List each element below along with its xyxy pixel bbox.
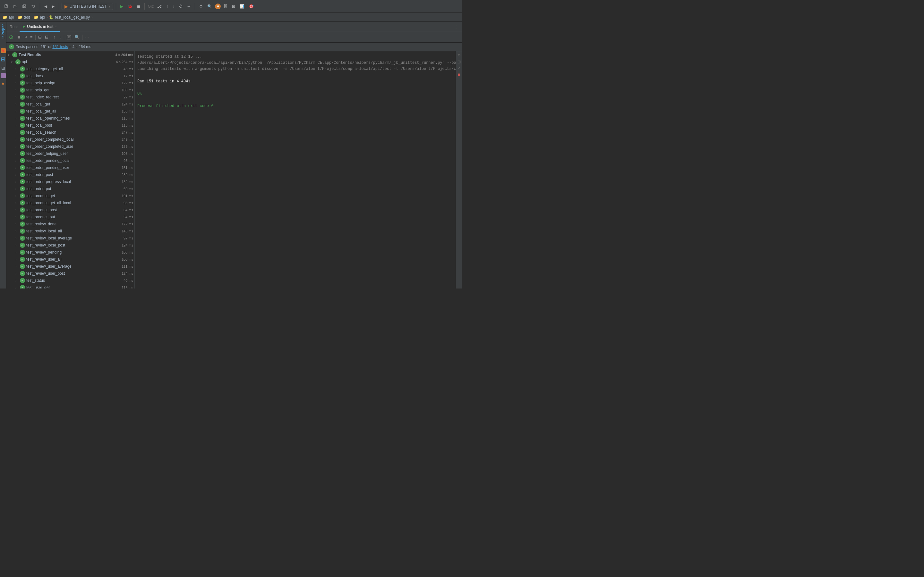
gutter-icon-4[interactable]: ◼ (457, 72, 462, 77)
tests-link[interactable]: 151 tests (52, 45, 68, 49)
unittests-tab[interactable]: ▶ Unittests in test × (19, 22, 60, 32)
run-dash-icon[interactable]: ⊞ (0, 64, 6, 72)
root-time: 4 s 264 ms (115, 53, 133, 57)
item-label: test_product_post (26, 208, 121, 212)
more-btn[interactable]: ⋯ (84, 34, 90, 40)
run-config-dropdown[interactable]: ▶ UNITTESTS IN TEST ▾ (61, 3, 113, 10)
output-panel[interactable]: Testing started at 12:15 .../Users/alber… (135, 51, 456, 288)
toggle-filter-btn[interactable]: ≡ (29, 34, 34, 40)
item-time: 54 ms (124, 215, 133, 219)
bookmark-icon[interactable]: 🔖 (1, 48, 6, 53)
new-file-btn[interactable] (3, 3, 10, 10)
tree-item-row[interactable]: › ✓ test_docs 17 ms (6, 73, 134, 79)
item-expand-icon: › (15, 215, 20, 219)
tree-item-row[interactable]: › ✓ test_help_assign 122 ms (6, 79, 134, 87)
item-expand-icon: › (15, 89, 20, 92)
db-btn[interactable]: 🗄 (222, 3, 229, 10)
export-btn[interactable] (65, 34, 73, 40)
tree-item-row[interactable]: › ✓ test_review_user_post 124 ms (6, 270, 134, 277)
run2-btn[interactable]: ⊞ (230, 3, 237, 10)
stop-run-btn[interactable] (15, 34, 23, 40)
tree-item-row[interactable]: › ✓ test_user_get 118 ms (6, 284, 134, 288)
project-panel-btn[interactable]: 1: Project (1, 22, 5, 42)
bc-item-test[interactable]: test (24, 15, 30, 19)
tree-item-row[interactable]: › ✓ test_product_put 54 ms (6, 213, 134, 221)
search-btn[interactable]: 🔍 (206, 3, 214, 10)
tree-item-row[interactable]: › ✓ test_review_user_all 100 ms (6, 256, 134, 263)
prev-fail-btn[interactable]: ↑ (53, 34, 57, 40)
git-rollback-btn[interactable]: ↩ (186, 3, 192, 10)
collapse-all-btn[interactable]: ⊟ (44, 34, 50, 40)
tree-item-row[interactable]: › ✓ test_order_post 289 ms (6, 171, 134, 178)
tree-item-row[interactable]: › ✓ test_review_user_average 111 ms (6, 263, 134, 270)
item-expand-icon: › (15, 103, 20, 106)
tree-item-row[interactable]: › ✓ test_review_pending 100 ms (6, 249, 134, 256)
tree-item-row[interactable]: › ✓ test_review_done 172 ms (6, 221, 134, 227)
tree-item-row[interactable]: › ✓ test_index_redirect 27 ms (6, 93, 134, 101)
tab-close-btn[interactable]: × (55, 25, 57, 28)
user-avatar[interactable]: A (215, 3, 221, 9)
tree-item-row[interactable]: › ✓ test_local_get_all 156 ms (6, 108, 134, 115)
tree-item-row[interactable]: › ✓ test_category_get_all 43 ms (6, 65, 134, 73)
tree-item-row[interactable]: › ✓ test_local_search 247 ms (6, 129, 134, 136)
tree-root-row[interactable]: ▾ ✓ Test Results 4 s 264 ms (6, 51, 134, 58)
tree-item-row[interactable]: › ✓ test_order_completed_user 189 ms (6, 143, 134, 150)
git-branch-btn[interactable]: ⎇ (156, 3, 163, 10)
tree-item-row[interactable]: › ✓ test_review_local_all 146 ms (6, 227, 134, 235)
tree-item-row[interactable]: › ✓ test_local_post 118 ms (6, 122, 134, 129)
open-btn[interactable] (11, 3, 19, 10)
bc-item-api[interactable]: api (9, 15, 14, 19)
forward-btn[interactable]: ▶ (50, 3, 56, 10)
rerun-btn[interactable] (8, 34, 15, 40)
tree-item-row[interactable]: › ✓ test_review_local_post 124 ms (6, 242, 134, 249)
structure-panel-btn[interactable] (3, 42, 4, 47)
search-run-btn[interactable]: 🔍 (73, 34, 81, 40)
tree-item-row[interactable]: › ✓ test_order_pending_local 95 ms (6, 157, 134, 164)
tree-item-row[interactable]: › ✓ test_order_put 60 ms (6, 185, 134, 192)
tree-item-row[interactable]: › ✓ test_local_opening_times 116 ms (6, 115, 134, 122)
rerun-failed-btn[interactable]: ↺ (23, 34, 28, 40)
tab-more-btn[interactable]: ⋮ (451, 24, 461, 29)
ml-icon[interactable] (1, 73, 6, 78)
settings-btn[interactable]: ⚙ (198, 3, 204, 10)
test-tree-panel: ▾ ✓ Test Results 4 s 264 ms ▾ ✓ api 4 s … (6, 51, 135, 288)
tree-group-row[interactable]: ▾ ✓ api 4 s 264 ms (6, 58, 134, 65)
bc-item-api2[interactable]: api (40, 15, 45, 19)
tree-item-row[interactable]: › ✓ test_product_get_all_local 98 ms (6, 199, 134, 206)
item-status-icon: ✓ (20, 285, 25, 288)
tree-item-row[interactable]: › ✓ test_order_progress_local 132 ms (6, 178, 134, 185)
gutter-icon-1[interactable]: ⚙ (457, 53, 462, 58)
save-btn[interactable] (21, 3, 28, 10)
back-btn[interactable]: ◀ (43, 3, 49, 10)
tree-item-row[interactable]: › ✓ test_order_helping_user 108 ms (6, 150, 134, 157)
expand-all-btn[interactable]: ⊞ (37, 34, 43, 40)
tree-item-row[interactable]: › ✓ test_product_post 64 ms (6, 206, 134, 213)
test-scroll[interactable]: ▾ ✓ Test Results 4 s 264 ms ▾ ✓ api 4 s … (6, 51, 134, 288)
tree-item-row[interactable]: › ✓ test_product_get 191 ms (6, 192, 134, 199)
tree-item-row[interactable]: › ✓ test_status 40 ms (6, 277, 134, 284)
db-browser-icon[interactable]: ⊞ (0, 55, 7, 64)
profiler-btn[interactable]: 📊 (238, 3, 246, 10)
gutter-icon-3[interactable]: ↗ (457, 65, 462, 71)
sync-btn[interactable] (29, 3, 37, 10)
run-btn[interactable]: ▶ (119, 3, 125, 10)
gutter-icon-2[interactable]: ◫ (457, 59, 462, 64)
stop-btn[interactable]: ◼ (136, 3, 142, 10)
favorites-icon[interactable]: ★ (0, 79, 6, 87)
git-pull-btn[interactable]: ↓ (171, 3, 176, 10)
item-status-icon: ✓ (20, 264, 25, 269)
item-expand-icon: › (15, 180, 20, 184)
tree-item-row[interactable]: › ✓ test_review_local_average 97 ms (6, 235, 134, 242)
tree-item-row[interactable]: › ✓ test_help_get 103 ms (6, 87, 134, 93)
coverage-btn[interactable]: 🎯 (247, 3, 255, 10)
tree-item-row[interactable]: › ✓ test_local_get 124 ms (6, 101, 134, 108)
next-fail-btn[interactable]: ↓ (58, 34, 63, 40)
git-history-btn[interactable]: ⏱ (178, 3, 184, 10)
git-push-btn[interactable]: ↑ (165, 3, 170, 10)
tree-item-row[interactable]: › ✓ test_order_completed_local 249 ms (6, 136, 134, 143)
debug-btn[interactable]: 🐞 (126, 3, 134, 10)
item-expand-icon: › (15, 117, 20, 120)
tree-item-row[interactable]: › ✓ test_order_pending_user 151 ms (6, 164, 134, 171)
root-expand-icon: ▾ (8, 53, 12, 57)
bc-item-file[interactable]: test_local_get_all.py (55, 15, 90, 19)
